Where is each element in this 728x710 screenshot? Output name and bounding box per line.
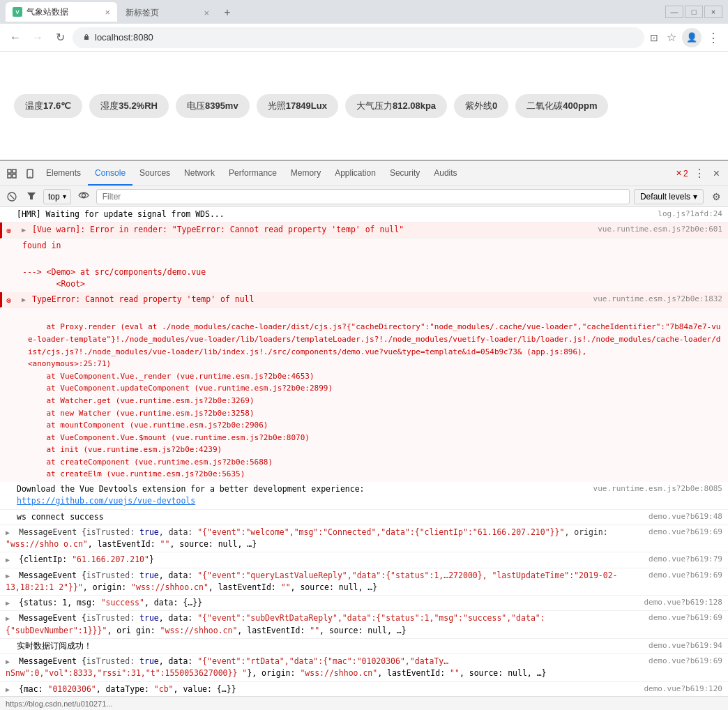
nav-bar: ← → ↻ localhost:8080 ⊡ ☆ 👤 ⋮ bbox=[0, 24, 728, 52]
new-tab-button[interactable]: + bbox=[218, 3, 237, 22]
source-link-msg1[interactable]: demo.vue?b619:69 bbox=[649, 527, 722, 538]
screenshot-icon: ⊡ bbox=[650, 32, 658, 43]
back-button[interactable]: ← bbox=[6, 28, 25, 47]
expand-arrow-5[interactable]: ▶ bbox=[6, 614, 10, 622]
badge-humidity: 湿度35.2%RH bbox=[89, 94, 169, 118]
svg-rect-0 bbox=[8, 169, 11, 173]
error-count-badge: ✕ 2 bbox=[676, 169, 688, 179]
minimize-button[interactable]: — bbox=[665, 6, 683, 18]
menu-icon: ⋮ bbox=[707, 31, 720, 45]
devtools-panel: Elements Console Sources Network Perform… bbox=[0, 160, 728, 696]
console-settings-button[interactable]: ⚙ bbox=[709, 190, 724, 204]
dt-tab-application[interactable]: Application bbox=[328, 162, 383, 186]
levels-selector[interactable]: Default levels ▾ bbox=[634, 189, 704, 204]
reload-icon: ↻ bbox=[56, 31, 65, 44]
inspect-button[interactable] bbox=[3, 165, 21, 183]
console-line-stack-trace: at Proxy.render (eval at ./node_modules/… bbox=[0, 308, 728, 482]
source-link-typeerror[interactable]: vue.runtime.esm.js?2b0e:1832 bbox=[593, 294, 722, 305]
source-link-hmr[interactable]: log.js?1afd:24 bbox=[658, 209, 722, 220]
console-line-found-in: found in bbox=[0, 239, 728, 253]
filter-toggle-button[interactable] bbox=[24, 190, 39, 204]
tab-newtab[interactable]: 新标签页 × bbox=[119, 3, 216, 22]
phone-icon bbox=[26, 169, 34, 179]
console-toolbar: top ▾ Default levels ▾ ⚙ bbox=[0, 186, 728, 207]
levels-arrow: ▾ bbox=[693, 192, 697, 202]
devtools-link[interactable]: https://github.com/vuejs/vue-devtools bbox=[17, 496, 195, 506]
badge-voltage: 电压8395mv bbox=[176, 94, 250, 118]
dt-tab-performance[interactable]: Performance bbox=[222, 162, 284, 186]
close-button[interactable]: × bbox=[704, 6, 722, 18]
tab1-close[interactable]: × bbox=[105, 7, 110, 17]
source-link-devtools[interactable]: vue.runtime.esm.js?2b0e:8085 bbox=[593, 483, 722, 495]
forward-icon: → bbox=[32, 31, 43, 44]
eye-icon bbox=[78, 190, 89, 200]
console-line-realtime-success: 实时数据订阅成功！ demo.vue?b619:94 bbox=[0, 639, 728, 654]
svg-rect-2 bbox=[8, 174, 11, 178]
forward-button[interactable]: → bbox=[28, 28, 47, 47]
dt-tab-sources[interactable]: Sources bbox=[132, 162, 177, 186]
maximize-icon: □ bbox=[692, 8, 697, 16]
devtools-more-button[interactable]: ⋮ bbox=[691, 165, 708, 181]
dt-tab-memory[interactable]: Memory bbox=[284, 162, 328, 186]
dt-tab-audits[interactable]: Audits bbox=[427, 162, 464, 186]
devtools-close-button[interactable]: × bbox=[711, 166, 722, 181]
console-line-clientip: ▶ {clientIp: "61.166.207.210"} demo.vue?… bbox=[0, 552, 728, 568]
error-x-icon: ✕ bbox=[676, 169, 682, 178]
account-button[interactable]: 👤 bbox=[682, 28, 702, 47]
menu-button[interactable]: ⋮ bbox=[704, 27, 722, 48]
status-url: https://blog.csdn.net/u010271... bbox=[6, 700, 113, 708]
levels-label: Default levels bbox=[640, 192, 690, 202]
console-output[interactable]: [HMR] Waiting for update signal from WDS… bbox=[0, 207, 728, 696]
screenshot-button[interactable]: ⊡ bbox=[647, 29, 661, 46]
console-line-msg3: ▶ MessageEvent {isTrusted: true, data: "… bbox=[0, 611, 728, 639]
maximize-button[interactable]: □ bbox=[685, 6, 703, 18]
console-line-vue-warn: ⊗ ▶ [Vue warn]: Error in render: "TypeEr… bbox=[0, 222, 728, 238]
source-link-ws[interactable]: demo.vue?b619:48 bbox=[649, 511, 722, 523]
eye-button[interactable] bbox=[75, 189, 92, 204]
expand-arrow-3[interactable]: ▶ bbox=[6, 572, 10, 580]
dt-tab-network[interactable]: Network bbox=[177, 162, 222, 186]
inspect-icon bbox=[7, 169, 17, 179]
bookmark-button[interactable]: ☆ bbox=[664, 28, 679, 47]
status-bar: https://blog.csdn.net/u010271... bbox=[0, 696, 728, 710]
source-link-vue-warn[interactable]: vue.runtime.esm.js?2b0e:601 bbox=[598, 224, 722, 236]
badge-temperature: 温度17.6℃ bbox=[14, 94, 82, 118]
expand-arrow-2[interactable]: ▶ bbox=[6, 556, 10, 564]
dt-tab-elements[interactable]: Elements bbox=[39, 162, 88, 186]
back-icon: ← bbox=[10, 31, 21, 44]
source-link-msg2[interactable]: demo.vue?b619:69 bbox=[649, 570, 722, 582]
new-tab-icon: + bbox=[224, 6, 230, 19]
tab2-close[interactable]: × bbox=[204, 8, 209, 18]
console-line-mac: ▶ {mac: "01020306", dataType: "cb", valu… bbox=[0, 682, 728, 696]
clear-icon bbox=[7, 192, 17, 202]
context-arrow: ▾ bbox=[63, 192, 66, 200]
console-line-hmr: [HMR] Waiting for update signal from WDS… bbox=[0, 207, 728, 222]
reload-button[interactable]: ↻ bbox=[50, 28, 70, 47]
source-link-mac[interactable]: demo.vue?b619:120 bbox=[644, 683, 722, 695]
svg-line-7 bbox=[10, 195, 14, 199]
source-link-status[interactable]: demo.vue?b619:128 bbox=[644, 597, 722, 609]
badge-co2: 二氧化碳400ppm bbox=[515, 94, 608, 118]
clear-console-button[interactable] bbox=[4, 190, 20, 203]
device-toolbar-button[interactable] bbox=[21, 165, 39, 183]
filter-input[interactable] bbox=[96, 189, 630, 204]
address-bar[interactable]: localhost:8080 bbox=[73, 27, 644, 48]
console-line-typeerror: ⊗ ▶ TypeError: Cannot read property 'tem… bbox=[0, 292, 728, 308]
dt-tab-security[interactable]: Security bbox=[383, 162, 427, 186]
tab-weather[interactable]: V 气象站数据 × bbox=[6, 2, 117, 22]
dt-tab-console[interactable]: Console bbox=[88, 162, 132, 186]
context-selector[interactable]: top ▾ bbox=[43, 189, 71, 204]
expand-arrow-6[interactable]: ▶ bbox=[6, 658, 10, 665]
badge-uv: 紫外线0 bbox=[454, 94, 508, 118]
tab2-label: 新标签页 bbox=[126, 7, 199, 19]
source-link-rt[interactable]: demo.vue?b619:94 bbox=[649, 640, 722, 652]
expand-arrow-7[interactable]: ▶ bbox=[6, 686, 10, 693]
expand-arrow-1[interactable]: ▶ bbox=[6, 529, 10, 536]
source-link-msg3[interactable]: demo.vue?b619:69 bbox=[649, 612, 722, 624]
devtools-tab-bar: Elements Console Sources Network Perform… bbox=[0, 161, 728, 186]
source-link-msg4[interactable]: demo.vue?b619:69 bbox=[649, 656, 722, 667]
source-link-clientip[interactable]: demo.vue?b619:79 bbox=[649, 554, 722, 566]
devtools-close-icon: × bbox=[713, 167, 720, 179]
expand-arrow-4[interactable]: ▶ bbox=[6, 599, 10, 607]
lock-icon bbox=[82, 33, 91, 42]
